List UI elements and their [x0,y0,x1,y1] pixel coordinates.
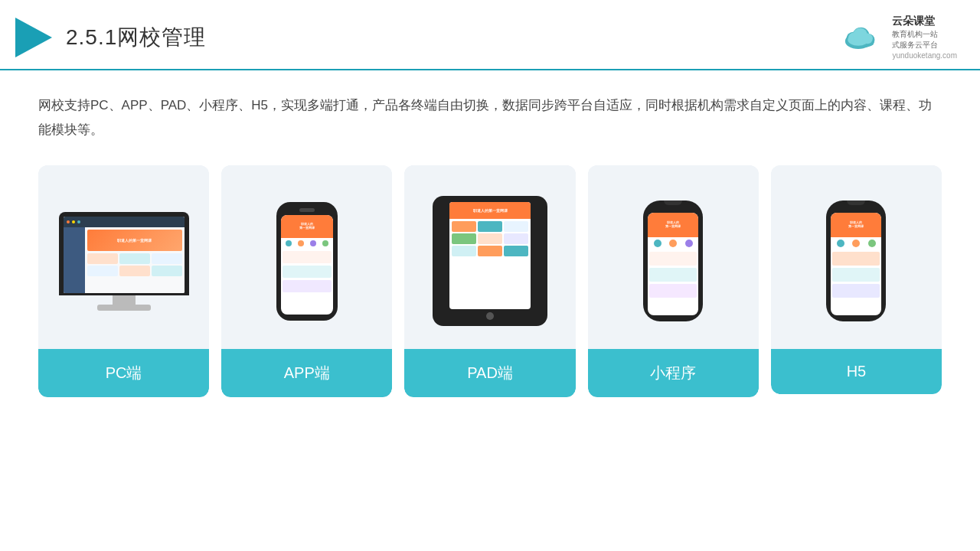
play-icon [15,18,52,57]
card-pc: 职道人的第一堂网课 [38,165,209,397]
description-text: 网校支持PC、APP、PAD、小程序、H5，实现多端打通，产品各终端自由切换，数… [38,93,942,143]
page-header: 2.5.1网校管理 云朵课堂 教育机构一站 式服务云平台 yunduoketan… [0,0,980,70]
card-app-label: APP端 [221,349,392,397]
cards-container: 职道人的第一堂网课 [38,165,942,397]
main-content: 网校支持PC、APP、PAD、小程序、H5，实现多端打通，产品各终端自由切换，数… [0,70,980,413]
card-pc-image: 职道人的第一堂网课 [38,165,209,349]
svg-marker-0 [15,18,52,57]
card-h5: 职道人的第一堂网课 [771,165,942,394]
card-app-image: 职道人的第一堂网课 [221,165,392,349]
card-pad: 职道人的第一堂网课 [404,165,575,397]
card-miniprogram: 职道人的第一堂网课 [588,165,759,397]
page-title: 2.5.1网校管理 [66,23,206,52]
monitor-mockup: 职道人的第一堂网课 [59,212,189,311]
card-miniprogram-label: 小程序 [588,349,759,397]
card-h5-image: 职道人的第一堂网课 [771,165,942,349]
card-pad-label: PAD端 [404,349,575,397]
svg-point-9 [863,33,874,44]
card-app: 职道人的第一堂网课 [221,165,392,397]
card-pad-image: 职道人的第一堂网课 [404,165,575,349]
phone-mockup-h5: 职道人的第一堂网课 [826,201,886,321]
logo-area: 云朵课堂 教育机构一站 式服务云平台 yunduoketang.com [840,14,957,61]
logo-cloud-icon [840,22,886,53]
phone-mockup-mini: 职道人的第一堂网课 [643,201,703,321]
logo-text: 云朵课堂 教育机构一站 式服务云平台 yunduoketang.com [892,14,957,61]
card-pc-label: PC端 [38,349,209,397]
phone-mockup-app: 职道人的第一堂网课 [276,202,338,321]
card-h5-label: H5 [771,349,942,394]
card-miniprogram-image: 职道人的第一堂网课 [588,165,759,349]
tablet-mockup: 职道人的第一堂网课 [433,196,547,326]
header-left: 2.5.1网校管理 [15,18,206,57]
